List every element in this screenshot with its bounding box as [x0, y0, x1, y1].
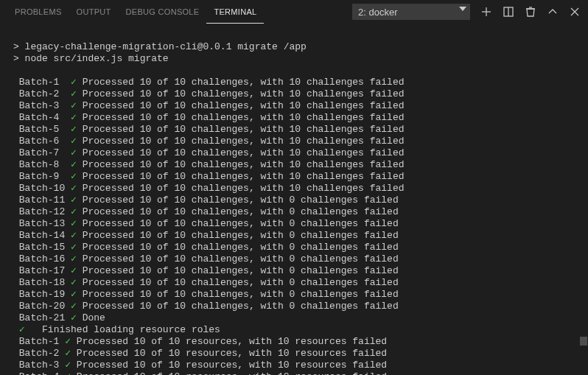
split-terminal-icon[interactable]: [503, 6, 514, 18]
terminal-actions: [480, 6, 581, 18]
scrollbar-thumb[interactable]: [580, 337, 587, 346]
collapse-panel-icon[interactable]: [547, 6, 559, 18]
tab-problems[interactable]: PROBLEMS: [7, 0, 69, 24]
kill-terminal-icon[interactable]: [525, 6, 536, 18]
tab-debug-console[interactable]: DEBUG CONSOLE: [119, 0, 207, 24]
terminal-select-label: 2: docker: [358, 7, 397, 18]
tab-output[interactable]: OUTPUT: [69, 0, 119, 24]
terminal-select[interactable]: 2: docker: [352, 4, 470, 20]
terminal-output[interactable]: > legacy-challenge-migration-cli@0.0.1 m…: [0, 24, 588, 375]
close-panel-icon[interactable]: [569, 6, 581, 18]
tabs-left: PROBLEMS OUTPUT DEBUG CONSOLE TERMINAL: [7, 0, 264, 24]
new-terminal-icon[interactable]: [480, 6, 492, 18]
panel-tabs: PROBLEMS OUTPUT DEBUG CONSOLE TERMINAL 2…: [0, 0, 588, 24]
tab-terminal[interactable]: TERMINAL: [206, 0, 264, 24]
chevron-down-icon: [459, 7, 466, 11]
